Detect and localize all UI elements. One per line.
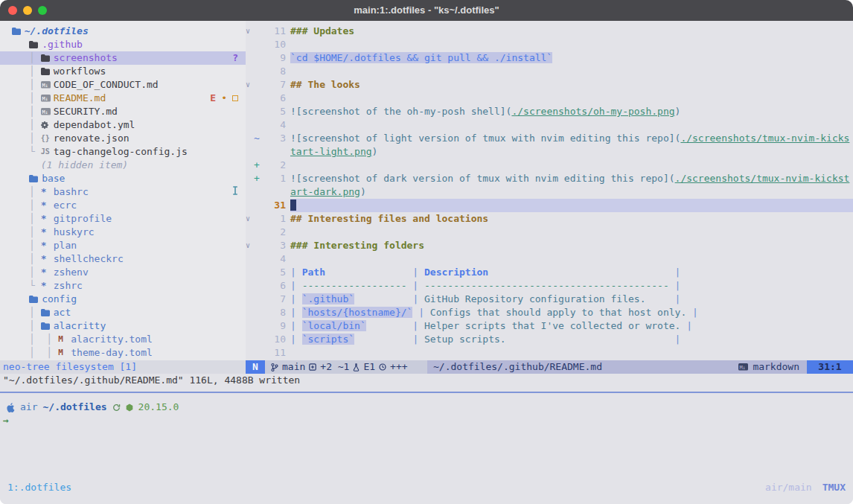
tree-item-dependabot.yml[interactable]: │ dependabot.yml [0,118,246,132]
tree-item--.dotfiles[interactable]: ~/.dotfiles [0,25,246,38]
gutter: 8 [246,65,286,78]
editor-line[interactable]: +2 [246,159,853,172]
tree-item-security.md[interactable]: │ M↓SECURITY.md [0,105,246,118]
editor-line[interactable]: 4 [246,118,853,132]
tree-item-label: plan [54,239,77,252]
tree-item-base[interactable]: base [0,172,246,185]
editor-line[interactable]: 8| `hosts/{hostname}/` | Configs that sh… [246,306,853,319]
editor-line[interactable]: ∨ 3### Interesting folders [246,239,853,252]
tree-item-renovate.json[interactable]: │ {}renovate.json [0,132,246,145]
tree-item-label: .github [42,38,83,51]
tree-item-plan[interactable]: │ *plan [0,239,246,252]
tree-item-zshenv[interactable]: │ *zshenv [0,266,246,279]
gutter: ∨ 3 [246,239,286,252]
zoom-button[interactable] [38,6,47,15]
tree-item-alacritty[interactable]: │ alacritty [0,319,246,333]
fold-chevron-icon[interactable]: ∨ [246,212,254,226]
editor-line[interactable]: 9| `local/bin` | Helper scripts that I'v… [246,319,853,333]
git-sign [254,346,262,360]
folder-dark-icon [41,54,54,62]
line-number: 6 [262,92,286,105]
fold-column [246,132,254,159]
indent-guide: │ [0,226,41,239]
editor-pane[interactable]: ∨ 11### Updates 10 9`cd $HOME/.dotfiles … [246,21,853,360]
git-sign [254,226,262,239]
clock-icon [379,363,386,371]
tree-item-huskyrc[interactable]: │ *huskyrc [0,226,246,239]
md-icon: M↓ [41,108,54,115]
fold-chevron-icon[interactable]: ∨ [246,239,254,252]
tree-item-gitprofile[interactable]: │ *gitprofile [0,212,246,226]
tree-item-readme.md[interactable]: │ M↓README.mdE• [0,92,246,105]
tree-item-bashrc[interactable]: │ *bashrc [0,185,246,199]
fold-column [246,279,254,293]
editor-line[interactable]: 6 [246,92,853,105]
fold-column [246,252,254,266]
cursor-position: 31:1 [807,360,853,374]
editor-line[interactable]: +1![screenshot of dark version of tmux w… [246,172,853,199]
tree-item-label: zshrc [54,279,83,293]
folder-blue-icon [41,309,54,316]
editor-line[interactable]: 5| Path | Description | [246,266,853,279]
tree-item-alacritty.toml[interactable]: │ │ Malacritty.toml [0,333,246,346]
git-sign [254,65,262,78]
statusline: neo-tree filesystem [1] N main +2 ~1 E1 … [0,360,853,374]
fold-chevron-icon[interactable]: ∨ [246,25,254,38]
tree-item-theme-day.toml[interactable]: │ │ Mtheme-day.toml [0,346,246,360]
tree-item-tag-changelog-config.js[interactable]: └ JStag-changelog-config.js [0,145,246,159]
editor-line[interactable]: ~3![screenshot of light version of tmux … [246,132,853,159]
fold-chevron-icon[interactable]: ∨ [246,78,254,92]
fold-column [246,38,254,51]
neotree-panel[interactable]: ~/.dotfiles .github │ screenshots? │ wor… [0,21,246,360]
tree-item-ecrc[interactable]: │ *ecrc [0,199,246,212]
sync-icon [112,403,121,412]
line-number: 31 [262,199,286,212]
git-sign: + [254,159,262,172]
gear-icon [41,121,54,129]
editor-line[interactable]: ∨ 1## Interesting files and locations [246,212,853,226]
tree-item-screenshots[interactable]: │ screenshots? [0,51,246,65]
gutter: 5 [246,266,286,279]
tree-item-label: gitprofile [54,212,112,226]
tree-item-label: shellcheckrc [54,252,124,266]
editor-line[interactable]: 7| `.github` | GitHub Repository configu… [246,293,853,306]
editor-line[interactable]: ∨ 7## The looks [246,78,853,92]
tree-item-workflows[interactable]: │ workflows [0,65,246,78]
git-sign [254,78,262,92]
tree-item--1-hidden-item-[interactable]: (1 hidden item) [0,159,246,172]
minimize-button[interactable] [23,6,32,15]
editor-line[interactable]: 31 [246,199,853,212]
editor-line[interactable]: 10| `scripts` | Setup scripts. | [246,333,853,346]
tree-item-code-of-conduct.md[interactable]: │ M↓CODE_OF_CONDUCT.md [0,78,246,92]
tmux-session-item[interactable]: 1:.dotfiles [7,481,71,494]
tmux-label: TMUX [822,481,846,494]
editor-line[interactable]: 2 [246,226,853,239]
tree-item-label: config [42,293,77,306]
editor-line[interactable]: 10 [246,38,853,51]
indent-guide: │ [0,118,41,132]
window-title: main:1:.dotfiles - "ks~/.dotfiles" [354,4,499,17]
line-number: 2 [262,159,286,172]
tree-item-label: renovate.json [54,132,130,145]
editor-line[interactable]: 6| ------------------ | ----------------… [246,279,853,293]
tree-item-shellcheckrc[interactable]: │ *shellcheckrc [0,252,246,266]
md-icon: M↓ [41,95,54,102]
editor-line[interactable]: ∨ 11### Updates [246,25,853,38]
tree-item-act[interactable]: │ act [0,306,246,319]
status-badge: E [210,92,216,105]
editor-line[interactable]: 5![screenshot of the oh-my-posh shell](.… [246,105,853,118]
editor-line[interactable]: 8 [246,65,853,78]
tree-item-.github[interactable]: .github [0,38,246,51]
gutter: 9 [246,51,286,65]
tree-item-zshrc[interactable]: └ *zshrc [0,279,246,293]
editor-line[interactable]: 11 [246,346,853,360]
tree-item-config[interactable]: config [0,293,246,306]
editor-line[interactable]: 9`cd $HOME/.dotfiles && git pull && ./in… [246,51,853,65]
editor-line[interactable]: 4 [246,252,853,266]
diff-icon [309,363,316,371]
git-sign [254,199,262,212]
line-number: 2 [262,226,286,239]
line-number: 7 [262,78,286,92]
close-button[interactable] [8,6,17,15]
titlebar[interactable]: main:1:.dotfiles - "ks~/.dotfiles" [0,0,853,21]
